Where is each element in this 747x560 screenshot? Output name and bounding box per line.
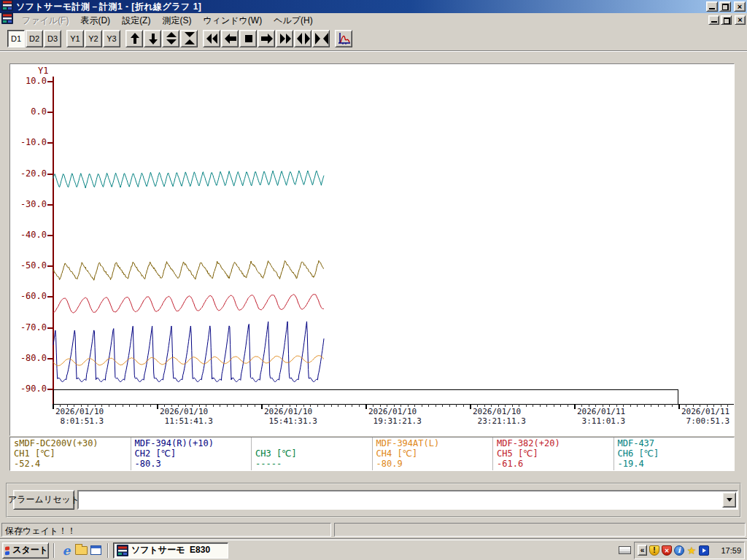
scroll-up-button[interactable] [125, 30, 143, 47]
series-CH2-line [53, 322, 324, 382]
series-CH1-line [53, 260, 324, 280]
y-tick-label: -70.0 [13, 322, 47, 332]
toolbar-button-y1[interactable]: Y1 [66, 30, 84, 47]
expand-vertical-button[interactable] [162, 30, 179, 47]
double-left-icon [204, 30, 220, 47]
menu-item-view[interactable]: 表示(D) [74, 15, 116, 26]
keyboard-layout-icon[interactable] [619, 546, 631, 554]
compress-vertical-button[interactable] [180, 30, 198, 47]
legend-sensor-name: MDF-382(+20) [497, 438, 614, 448]
minimize-button[interactable] [706, 1, 718, 12]
y-tick-label: -20.0 [13, 168, 47, 179]
status-cell-empty [334, 523, 746, 537]
legend-ch3: CH3 [℃]----- [252, 438, 373, 470]
graph-setup-button[interactable] [335, 30, 352, 47]
toolbar-button-y2[interactable]: Y2 [85, 30, 102, 47]
security-warning-icon[interactable] [649, 545, 659, 556]
y-tick-label: -80.0 [13, 353, 47, 363]
chart-panel: Y1 10.00.0-10.0-20.0-30.0-40.0-50.0-60.0… [9, 63, 735, 436]
security-alert-icon[interactable] [662, 545, 672, 556]
legend-channel-label: CH1 [℃] [14, 448, 131, 459]
y-tick-label: 0.0 [13, 106, 47, 117]
legend-sensor-name: MDF-394AT(L) [376, 438, 493, 448]
compress-vertical-icon [181, 30, 197, 47]
graph-setup-icon [336, 30, 352, 47]
window-app-icon[interactable] [88, 543, 103, 558]
restore-button[interactable] [719, 1, 731, 12]
mdi-child-icon[interactable] [1, 12, 13, 27]
toolbar-button-y3[interactable]: Y3 [103, 30, 120, 47]
menu-item-measure[interactable]: 測定(S) [156, 15, 197, 26]
y-tick-label: 10.0 [13, 76, 47, 86]
menu-item-file: ファイル(F) [16, 15, 74, 26]
legend-current-value: -61.6 [497, 459, 614, 469]
arrow-up-icon [126, 30, 142, 47]
menu-item-settings[interactable]: 設定(Z) [116, 15, 156, 26]
media-player-icon[interactable] [699, 545, 709, 556]
series-CH6-line [53, 171, 324, 188]
close-icon: × [738, 3, 742, 10]
toolbar-button-d3[interactable]: D3 [44, 30, 61, 47]
fast-right-button[interactable] [276, 30, 293, 47]
double-right-icon [276, 30, 293, 47]
stop-button[interactable] [239, 30, 257, 47]
legend-sensor-name: MDF-437 [618, 438, 735, 448]
x-tick-label: 2026/01/10 15:41:31.3 [264, 408, 317, 426]
legend-ch6: MDF-437CH6 [℃]-19.4 [614, 438, 735, 470]
compress-horizontal-button[interactable] [312, 30, 330, 47]
minimize-icon [711, 21, 717, 23]
chevron-down-icon [727, 498, 732, 505]
expand-horizontal-icon [295, 30, 311, 47]
expand-horizontal-button[interactable] [294, 30, 311, 47]
compress-horizontal-icon [313, 30, 329, 47]
alarm-reset-button[interactable]: アラームリセット [13, 490, 74, 510]
y-tick-label: -30.0 [13, 199, 47, 209]
scroll-right-button[interactable] [258, 30, 275, 47]
y-tick-label: -50.0 [13, 260, 47, 271]
menu-item-help[interactable]: ヘルプ(H) [268, 15, 319, 26]
restore-icon [724, 18, 730, 24]
marker-band-box [53, 389, 678, 404]
child-restore-button[interactable] [721, 15, 732, 25]
taskbar: スタート e ソフトサーモ E830 « 17:59 [0, 540, 747, 560]
dropdown-arrow-button[interactable] [722, 492, 736, 508]
child-minimize-button[interactable] [708, 15, 719, 25]
clock: 17:59 [721, 546, 741, 555]
legend-current-value: ----- [255, 459, 372, 469]
info-balloon-icon[interactable] [674, 545, 684, 556]
alarm-dropdown[interactable] [77, 490, 738, 510]
task-button-softthermo[interactable]: ソフトサーモ E830 [113, 542, 228, 559]
fast-left-button[interactable] [203, 30, 220, 47]
hide-icons-chevron[interactable]: « [638, 545, 647, 556]
child-close-button[interactable]: × [735, 15, 746, 25]
scroll-down-button[interactable] [144, 30, 161, 47]
expand-vertical-icon [163, 30, 179, 47]
start-button[interactable]: スタート [2, 542, 49, 559]
toolbar-button-d2[interactable]: D2 [26, 30, 43, 47]
x-tick-label: 2026/01/10 23:21:11.3 [473, 408, 526, 426]
toolbar-button-d1[interactable]: D1 [7, 30, 25, 47]
series-CH4-line [53, 356, 324, 366]
menu-item-window[interactable]: ウィンドウ(W) [197, 15, 268, 26]
legend-ch1: sMDF-DC200V(+30)CH1 [℃]-52.4 [10, 438, 131, 470]
legend-channel-label: CH2 [℃] [135, 448, 252, 459]
windows-logo-icon [4, 545, 10, 556]
x-tick-label: 2026/01/11 3:11:01.3 [577, 408, 625, 426]
update-star-icon[interactable] [686, 545, 697, 556]
legend-current-value: -52.4 [14, 459, 131, 469]
scroll-left-button[interactable] [221, 30, 239, 47]
menu-bar: ファイル(F)表示(D)設定(Z)測定(S)ウィンドウ(W)ヘルプ(H) × [0, 13, 747, 26]
taskbar-separator [107, 543, 109, 558]
menu-items: ファイル(F)表示(D)設定(Z)測定(S)ウィンドウ(W)ヘルプ(H) [16, 13, 319, 27]
close-button[interactable]: × [734, 1, 746, 12]
legend-channel-label: CH4 [℃] [376, 448, 493, 459]
taskbar-separator [53, 543, 55, 558]
alarm-panel: アラームリセット [6, 483, 741, 518]
close-icon: × [738, 16, 742, 23]
legend-sensor-name: sMDF-DC200V(+30) [14, 438, 131, 448]
legend-ch5: MDF-382(+20)CH5 [℃]-61.6 [493, 438, 614, 470]
arrow-right-icon [258, 30, 274, 47]
internet-explorer-icon[interactable]: e [59, 543, 74, 558]
folder-icon[interactable] [74, 543, 88, 558]
y-tick-label: -90.0 [13, 384, 47, 394]
